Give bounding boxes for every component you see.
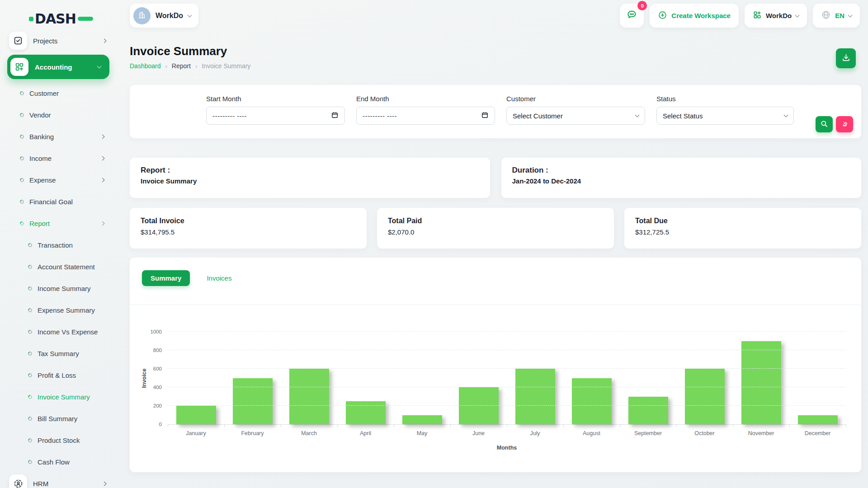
sidebar-item-banking[interactable]: Banking	[0, 126, 117, 147]
breadcrumb: Dashboard›Report›Invoice Summary	[130, 62, 861, 70]
bar-april[interactable]	[346, 401, 386, 424]
chevron-right-icon	[100, 178, 105, 182]
chevron-down-icon	[188, 13, 192, 17]
sidebar-item-bill-summary[interactable]: Bill Summary	[0, 408, 117, 429]
bar-june[interactable]	[459, 387, 499, 424]
download-button[interactable]	[836, 48, 856, 68]
x-tick-label: November	[733, 430, 789, 436]
bar-slot	[281, 369, 337, 424]
report-info-card: Report : Invoice Summary	[130, 158, 490, 198]
sidebar-item-label: HRM	[33, 480, 97, 488]
x-tick-label: December	[789, 430, 846, 436]
x-tick-label: August	[563, 430, 620, 436]
sidebar-item-income[interactable]: Income	[0, 147, 117, 169]
gridline-800	[168, 350, 846, 350]
chart-card: SummaryInvoices Invoice JanuaryFebruaryM…	[130, 258, 861, 472]
reset-filter-button[interactable]	[836, 116, 853, 132]
sidebar-item-invoice-summary[interactable]: Invoice Summary	[0, 386, 117, 408]
tab-summary[interactable]: Summary	[142, 270, 190, 286]
bar-january[interactable]	[176, 406, 216, 424]
x-tick-label: March	[281, 430, 337, 436]
sidebar-item-projects[interactable]: Projects	[0, 30, 117, 52]
reset-icon	[841, 120, 849, 129]
bar-december[interactable]	[798, 415, 838, 425]
bar-august[interactable]	[572, 378, 612, 425]
stat-value: $2,070.0	[388, 228, 603, 236]
axis-tick	[676, 424, 677, 427]
workspace-selector[interactable]: WorkDo	[130, 4, 198, 28]
sidebar-item-report[interactable]: Report	[0, 212, 117, 234]
sidebar-item-financial-goal[interactable]: Financial Goal	[0, 191, 117, 212]
duration-value: Jan-2024 to Dec-2024	[512, 177, 851, 185]
sidebar-item-label: Tax Summary	[38, 350, 79, 357]
sidebar-item-accounting[interactable]: Accounting	[7, 55, 109, 79]
sidebar-item-label: Income	[29, 155, 52, 162]
logo-dash-icon	[78, 17, 93, 21]
end-month-input[interactable]: --------- ----	[356, 107, 495, 125]
axis-tick	[281, 424, 281, 427]
sidebar-item-income-vs-expense[interactable]: Income Vs Expense	[0, 321, 117, 343]
tab-invoices[interactable]: Invoices	[198, 270, 240, 286]
chevron-down-icon	[848, 13, 853, 17]
workspace-avatar	[133, 7, 151, 24]
sidebar-item-hrm[interactable]: HRM	[0, 473, 117, 488]
messages-button[interactable]: 0	[620, 4, 644, 28]
building-icon	[137, 10, 146, 21]
chevron-right-icon	[102, 38, 107, 43]
bar-november[interactable]	[741, 341, 781, 425]
sidebar-item-transaction[interactable]: Transaction	[0, 234, 117, 256]
start-month-input[interactable]: --------- ----	[206, 107, 345, 125]
sidebar-item-product-stock[interactable]: Product Stock	[0, 429, 117, 451]
y-tick-label: 200	[143, 403, 162, 408]
end-month-label: End Month	[356, 95, 495, 103]
bullet-icon	[27, 459, 33, 465]
axis-tick	[394, 424, 394, 427]
sidebar-item-account-statement[interactable]: Account Statement	[0, 256, 117, 277]
breadcrumb-item-dashboard[interactable]: Dashboard	[130, 62, 161, 70]
stat-label: Total Paid	[388, 217, 603, 225]
messages-badge: 0	[637, 1, 647, 10]
language-label: EN	[835, 12, 844, 19]
axis-tick	[507, 424, 507, 427]
chart-tabs: SummaryInvoices	[142, 270, 240, 286]
sidebar-item-expense-summary[interactable]: Expense Summary	[0, 299, 117, 321]
sidebar-item-expense[interactable]: Expense	[0, 169, 117, 191]
customer-select[interactable]: Select Customer	[506, 107, 645, 125]
language-selector[interactable]: EN	[813, 4, 860, 28]
bullet-icon	[19, 177, 25, 183]
bullet-icon	[27, 351, 33, 357]
create-workspace-button[interactable]: Create Workspace	[650, 4, 739, 28]
app-menu-button[interactable]: WorkDo	[745, 4, 807, 28]
sidebar-item-label: Account Statement	[38, 263, 95, 271]
chevron-right-icon	[100, 156, 105, 160]
bar-july[interactable]	[515, 369, 555, 424]
apply-filter-button[interactable]	[816, 116, 833, 132]
bar-slot	[394, 415, 450, 425]
sidebar-item-customer[interactable]: Customer	[0, 82, 117, 104]
start-month-label: Start Month	[206, 95, 345, 103]
x-tick-label: October	[676, 430, 733, 436]
bar-slot	[789, 415, 846, 425]
breadcrumb-item-report[interactable]: Report	[172, 62, 191, 70]
bar-september[interactable]	[628, 397, 668, 425]
report-label: Report :	[141, 166, 479, 175]
bar-slot	[450, 387, 507, 424]
create-workspace-label: Create Workspace	[671, 12, 731, 19]
bar-october[interactable]	[685, 369, 725, 424]
stat-label: Total Due	[635, 217, 850, 225]
sidebar-item-tax-summary[interactable]: Tax Summary	[0, 343, 117, 364]
axis-tick	[733, 424, 733, 427]
app-logo[interactable]: DASH	[29, 11, 93, 27]
sidebar-item-vendor[interactable]: Vendor	[0, 104, 117, 126]
bar-may[interactable]	[402, 415, 442, 425]
status-select[interactable]: Select Status	[656, 107, 794, 125]
bar-march[interactable]	[289, 369, 329, 424]
bar-february[interactable]	[233, 378, 273, 425]
end-month-value: --------- ----	[363, 112, 477, 120]
axis-tick	[450, 424, 451, 427]
sidebar-item-profit-loss[interactable]: Profit & Loss	[0, 364, 117, 386]
chevron-down-icon	[784, 113, 788, 117]
sidebar-item-income-summary[interactable]: Income Summary	[0, 277, 117, 299]
bar-slot	[168, 406, 224, 424]
sidebar-item-cash-flow[interactable]: Cash Flow	[0, 451, 117, 473]
